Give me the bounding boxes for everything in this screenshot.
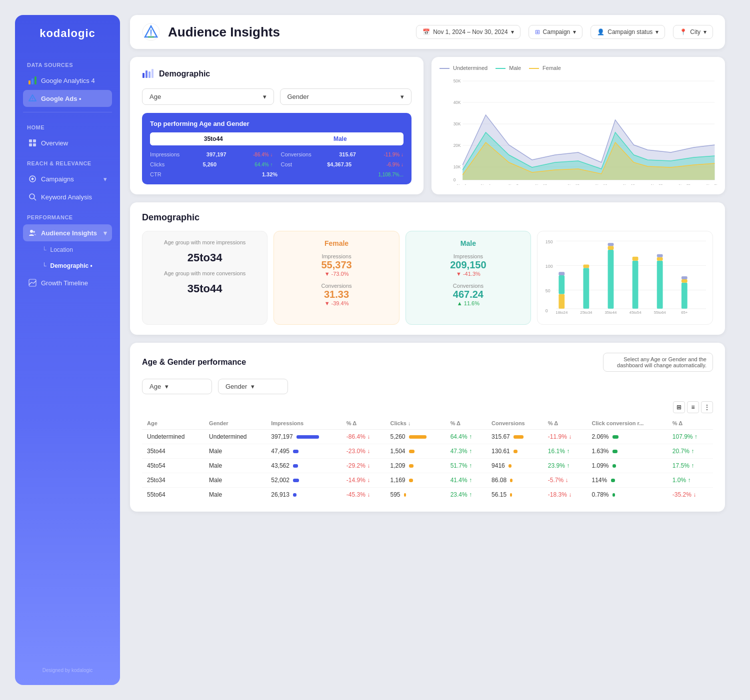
col-clicks[interactable]: Clicks ↓	[385, 417, 445, 430]
campaign-chevron-icon: ▾	[573, 28, 576, 35]
sidebar-item-growth[interactable]: Growth Timeline	[23, 274, 112, 291]
metric-cost: Cost $4,367.35 -6.9% ↓	[281, 161, 404, 167]
svg-text:Nov 7: Nov 7	[508, 183, 518, 185]
female-impressions-value: 55,373	[282, 259, 390, 271]
status-filter[interactable]: 👤 Campaign status ▾	[590, 25, 665, 39]
sidebar-item-audience[interactable]: Audience Insights ▾	[23, 224, 112, 241]
cell-ccr-delta: 20.7% ↑	[668, 444, 713, 459]
campaign-filter[interactable]: ⊞ Campaign ▾	[528, 25, 583, 39]
audience-icon	[28, 228, 37, 237]
metric-conversions: Conversions 315.67 -11.9% ↓	[281, 151, 404, 157]
cell-clk-delta: 64.4% ↑	[446, 430, 486, 444]
cell-clicks: 595	[385, 488, 445, 502]
ag-gender-chevron-icon: ▾	[251, 383, 254, 390]
cell-conversions: 315.67	[486, 430, 543, 444]
female-title: Female	[282, 239, 390, 247]
area-chart: 50K 40K 30K 20K 10K 0	[440, 75, 717, 185]
main-content: Audience Insights 📅 Nov 1, 2024 – Nov 30…	[120, 15, 735, 685]
svg-rect-66	[608, 243, 614, 246]
cell-age: 55to64	[142, 488, 204, 502]
male-conversions-delta: ▲ 11.6%	[414, 300, 522, 306]
demo-stat-male: Male Impressions 209,150 ▼ -41.3% Conver…	[406, 231, 531, 325]
svg-rect-62	[584, 264, 590, 268]
tab-35to44[interactable]: 35to44	[150, 132, 277, 145]
cell-age: 35to44	[142, 444, 204, 459]
cell-imp-delta: -14.9% ↓	[342, 473, 386, 488]
table-icon-more[interactable]: ⋮	[701, 401, 713, 413]
svg-text:35to44: 35to44	[605, 310, 618, 315]
demographic-section-title: Demographic	[142, 212, 713, 223]
campaign-filter-label: Campaign	[543, 28, 570, 35]
cell-ccr-delta: -35.2% ↓	[668, 488, 713, 502]
col-conv-delta: % Δ	[543, 417, 587, 430]
global-age-conversions: 35to44	[150, 282, 259, 295]
keyword-icon	[28, 192, 37, 201]
sidebar-item-overview[interactable]: Overview	[23, 134, 112, 151]
sidebar-logo: kodalogic	[23, 27, 112, 40]
svg-rect-0	[28, 80, 30, 84]
svg-rect-65	[608, 246, 614, 250]
table-icon-export[interactable]: ⊞	[673, 401, 685, 413]
sidebar-demographic-label: Demographic •	[50, 262, 92, 269]
table-row[interactable]: 35to44 Male 47,495 -23.0% ↓ 1,504 47.3% …	[142, 444, 713, 459]
tab-male[interactable]: Male	[277, 132, 404, 145]
cell-gender: Male	[204, 488, 266, 502]
table-row[interactable]: 55to64 Male 26,913 -45.3% ↓ 595 23.4% ↑ …	[142, 488, 713, 502]
cell-clk-delta: 23.4% ↑	[446, 488, 486, 502]
sidebar-campaigns-label: Campaigns	[41, 175, 74, 183]
sidebar-item-gads[interactable]: Google Ads •	[23, 90, 112, 107]
svg-rect-8	[29, 143, 32, 146]
age-filter-select[interactable]: Age ▾	[142, 88, 274, 105]
ag-age-select[interactable]: Age ▾	[142, 379, 212, 394]
sidebar-item-location[interactable]: └ Location	[37, 242, 112, 257]
gender-filter-select[interactable]: Gender ▾	[280, 88, 412, 105]
sidebar-audience-label: Audience Insights	[41, 229, 97, 237]
metric-impressions: Impressions 397,197 -86.4% ↓	[150, 151, 273, 157]
svg-text:Nov 16: Nov 16	[596, 183, 607, 185]
sidebar-item-campaigns[interactable]: Campaigns ▾	[23, 170, 112, 187]
svg-text:55to64: 55to64	[654, 310, 666, 315]
cell-imp-delta: -86.4% ↓	[342, 430, 386, 444]
table-row[interactable]: 45to54 Male 43,562 -29.2% ↓ 1,209 51.7% …	[142, 459, 713, 473]
clicks-value: 5,260	[203, 161, 217, 167]
cell-clicks: 5,260	[385, 430, 445, 444]
sidebar: kodalogic Data Sources Google Analytics …	[15, 15, 120, 685]
calendar-icon: 📅	[422, 28, 430, 35]
city-chevron-icon: ▾	[704, 28, 706, 35]
sidebar-item-demographic[interactable]: └ Demographic •	[37, 258, 112, 273]
svg-rect-73	[657, 254, 663, 257]
area-chart-card: Undetermined Male Female 50K 40K 30K 20K…	[432, 57, 725, 194]
header: Audience Insights 📅 Nov 1, 2024 – Nov 30…	[130, 15, 725, 49]
table-row[interactable]: Undetermined Undetermined 397,197 -86.4%…	[142, 430, 713, 444]
svg-text:18to24: 18to24	[556, 310, 568, 315]
svg-line-12	[34, 198, 36, 200]
table-icon-filter[interactable]: ≡	[687, 401, 699, 413]
svg-line-17	[32, 282, 34, 283]
cell-conversions: 9416	[486, 459, 543, 473]
gender-chevron-icon: ▾	[400, 93, 404, 100]
ag-gender-select[interactable]: Gender ▾	[218, 379, 288, 394]
date-range-filter[interactable]: 📅 Nov 1, 2024 – Nov 30, 2024 ▾	[416, 25, 520, 39]
svg-text:65+: 65+	[681, 310, 688, 315]
male-conversions-value: 467.24	[414, 289, 522, 300]
sidebar-item-keyword[interactable]: Keyword Analysis	[23, 188, 112, 205]
gender-filter-label: Gender	[288, 93, 309, 100]
ag-hint-text: Select any Age or Gender and the dashboa…	[617, 356, 706, 368]
svg-rect-2	[34, 76, 36, 84]
impressions-label: Impressions	[150, 151, 180, 157]
svg-rect-61	[584, 268, 590, 309]
table-row[interactable]: 25to34 Male 52,002 -14.9% ↓ 1,169 41.4% …	[142, 473, 713, 488]
cell-ccr: 1.09%	[587, 459, 668, 473]
sidebar-overview-label: Overview	[41, 139, 68, 147]
demo-bar-chart: 150 100 50 0 18to24	[537, 231, 713, 325]
svg-text:0: 0	[546, 308, 548, 313]
status-filter-icon: 👤	[597, 28, 604, 35]
sidebar-growth-label: Growth Timeline	[41, 279, 88, 287]
sidebar-item-ga4[interactable]: Google Analytics 4	[23, 72, 112, 89]
sidebar-gads-label: Google Ads •	[41, 95, 82, 102]
cell-clicks: 1,169	[385, 473, 445, 488]
svg-text:50: 50	[546, 288, 550, 293]
city-filter[interactable]: 📍 City ▾	[673, 25, 713, 39]
svg-text:Nov 25: Nov 25	[679, 183, 690, 185]
cost-delta: -6.9% ↓	[386, 162, 404, 167]
